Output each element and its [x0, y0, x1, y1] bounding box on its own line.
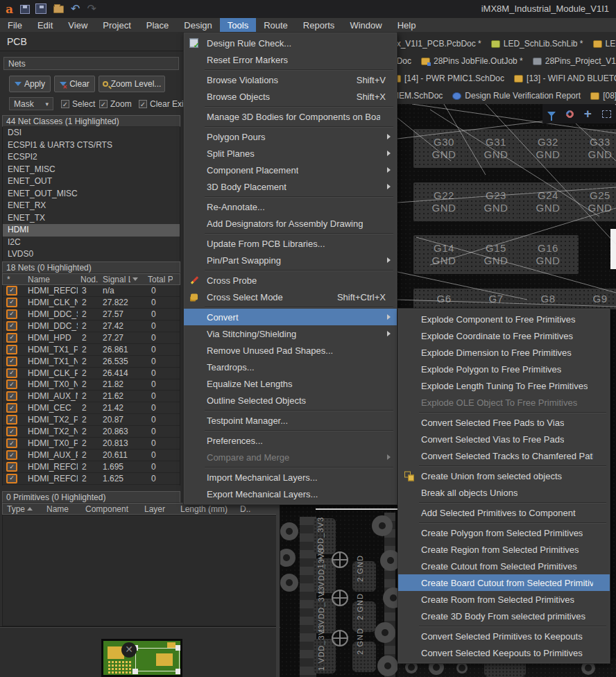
table-row[interactable]: ✓ HDMI_TX2_N 2 20.863 0 — [3, 426, 180, 438]
net-visibility-checkbox[interactable]: ✓ — [6, 415, 17, 425]
menu-item[interactable]: Explode Polygon to Free Primitives — [398, 361, 610, 377]
menu-item[interactable]: Split Planes — [184, 145, 397, 162]
table-row[interactable]: ✓ HDMI_REFCL 2 1.625 0 — [3, 473, 180, 485]
column-header[interactable]: D.. — [240, 504, 261, 514]
table-row[interactable]: ✓ HDMI_REFCL 3 n/a 0 — [3, 285, 180, 297]
table-row[interactable]: ✓ HDMI_CEC 2 21.42 0 — [3, 402, 180, 414]
menu-item[interactable]: Convert Selected Free Pads to Vias — [398, 414, 610, 431]
menu-item[interactable]: Remove Unused Pad Shapes... — [184, 342, 397, 359]
table-row[interactable]: ✓ HDMI_TX1_P 2 26.861 0 — [3, 344, 180, 356]
menu-item[interactable]: Testpoint Manager... — [184, 412, 397, 429]
menu-item[interactable]: Create Room from Selected Primitives — [398, 591, 610, 608]
net-visibility-checkbox[interactable]: ✓ — [6, 403, 17, 413]
column-header[interactable]: Signal L... — [99, 275, 130, 284]
net-visibility-checkbox[interactable]: ✓ — [6, 286, 17, 295]
menubar-item[interactable]: Project — [95, 18, 138, 32]
via[interactable] — [377, 655, 398, 676]
menu-item[interactable]: Preferences... — [184, 432, 397, 449]
net-class-item[interactable]: ENET_TX — [3, 212, 180, 225]
net-class-item[interactable]: DSI — [3, 127, 180, 139]
column-header[interactable]: Layer — [144, 504, 180, 514]
table-row[interactable]: ✓ HDMI_CLK_N 2 27.822 0 — [3, 297, 180, 309]
clear-button[interactable]: Clear — [54, 76, 95, 92]
column-header[interactable]: Name — [33, 504, 85, 514]
document-tab[interactable]: LED_SchLib.SchLib * — [491, 39, 583, 49]
apply-button[interactable]: Apply — [9, 76, 51, 92]
via[interactable] — [456, 662, 468, 674]
menu-item[interactable]: Equalize Net Lengths — [184, 375, 397, 392]
table-row[interactable]: ✓ HDMI_TX0_P 2 20.813 0 — [3, 438, 180, 449]
menu-item[interactable]: Explode Coordinate to Free Primitives — [398, 327, 610, 344]
menu-item[interactable]: Cross Probe — [184, 272, 397, 289]
net-visibility-checkbox[interactable]: ✓ — [6, 438, 17, 448]
board-preview-thumbnail[interactable]: ✕ — [101, 639, 182, 677]
table-row[interactable]: ✓ HDMI_DDC_S 2 27.42 0 — [3, 320, 180, 332]
table-row[interactable]: ✓ HDMI_AUX_N 2 21.62 0 — [3, 391, 180, 402]
menubar-item[interactable]: Edit — [30, 18, 60, 32]
menu-item[interactable]: Create Region from Selected Primitives — [398, 541, 610, 558]
via[interactable] — [280, 574, 298, 592]
menubar-item[interactable]: Place — [139, 18, 177, 32]
column-header[interactable]: Total Pi... — [138, 275, 173, 284]
menu-item[interactable]: Import Mechanical Layers... — [184, 469, 397, 486]
menu-item[interactable]: Create Polygon from Selected Primitives — [398, 524, 610, 541]
menubar-item[interactable]: View — [60, 18, 95, 32]
pcb-pad[interactable]: G33 GND — [570, 129, 616, 168]
zoom-level-button[interactable]: Zoom Level... — [99, 76, 165, 92]
menu-item[interactable]: Cross Select Mode Shift+Ctrl+X — [184, 289, 397, 305]
menubar-item[interactable]: Route — [256, 18, 296, 32]
net-visibility-checkbox[interactable]: ✓ — [6, 333, 17, 343]
pcb-pad[interactable]: G9 — [570, 289, 616, 309]
menu-item[interactable]: Polygon Pours — [184, 128, 397, 145]
column-header[interactable]: Type — [3, 504, 25, 514]
menu-item[interactable]: Explode Length Tuning To Free Primitives — [398, 377, 610, 394]
marquee-icon[interactable] — [602, 110, 611, 118]
document-tab[interactable]: 28Pins_Project_V1I1_P — [533, 56, 616, 66]
menu-item[interactable]: Design Rule Check... — [184, 35, 397, 51]
menu-item[interactable]: Export Mechanical Layers... — [184, 486, 397, 502]
column-header[interactable]: * — [3, 275, 28, 284]
menu-item[interactable]: Convert Selected Keepouts to Primitives — [398, 644, 610, 661]
column-header[interactable]: Length (mm) — [180, 504, 240, 514]
column-header[interactable]: Nod... — [78, 275, 99, 284]
document-tab[interactable]: [08] - C — [590, 91, 616, 101]
menu-item[interactable]: Convert — [184, 309, 397, 325]
menu-item[interactable]: Update From PCB Libraries... — [184, 235, 397, 252]
net-visibility-checkbox[interactable]: ✓ — [6, 391, 17, 401]
table-row[interactable]: ✓ HDMI_AUX_P 2 20.611 0 — [3, 449, 180, 461]
menu-item[interactable]: Convert Selected Vias to Free Pads — [398, 431, 610, 447]
clear-existing-checkbox[interactable]: ✓ Clear Exis — [139, 99, 188, 109]
net-class-item[interactable]: ENET_OUT — [3, 175, 180, 188]
table-row[interactable]: ✓ HDMI_CLK_P 2 26.414 0 — [3, 368, 180, 379]
menu-item[interactable]: Explode Component to Free Primitives — [398, 311, 610, 327]
document-tab[interactable]: MEM.SchDoc — [392, 91, 443, 101]
net-visibility-checkbox[interactable]: ✓ — [6, 345, 17, 354]
primitives-empty-list[interactable] — [2, 515, 278, 626]
save-all-icon[interactable] — [37, 5, 46, 14]
menu-item[interactable]: Manage 3D Bodies for Components on Board… — [184, 108, 397, 125]
net-visibility-checkbox[interactable]: ✓ — [6, 379, 17, 389]
via[interactable] — [372, 515, 393, 536]
net-visibility-checkbox[interactable]: ✓ — [6, 450, 17, 460]
menu-item[interactable]: Explode OLE Object To Free Primitives — [398, 394, 610, 411]
menu-item[interactable]: Add Designators for Assembly Drawing — [184, 215, 397, 232]
net-class-item[interactable]: LVDS0 — [3, 248, 180, 261]
menu-item[interactable]: Re-Annotate... — [184, 198, 397, 215]
menu-item[interactable]: Add Selected Primitives to Component — [398, 504, 610, 521]
menu-item[interactable]: Compare and Merge — [184, 449, 397, 465]
menu-item[interactable]: Explode Dimension to Free Primitives — [398, 344, 610, 361]
menu-item[interactable]: 3D Body Placement — [184, 178, 397, 195]
document-tab[interactable]: [13] - WIFI AND BLUETOOTH — [514, 74, 616, 83]
via[interactable] — [280, 522, 298, 540]
document-tab[interactable]: 28Pins JobFile.OutJob * — [421, 56, 523, 66]
net-class-item[interactable]: HDMI — [3, 224, 180, 237]
pcb-pad[interactable]: G25 GND — [570, 182, 616, 221]
table-row[interactable]: ✓ HDMI_TX1_N 2 26.535 0 — [3, 356, 180, 368]
mask-select[interactable]: Mask ▾ — [9, 97, 53, 110]
menu-item[interactable]: Browse Violations Shift+V — [184, 71, 397, 88]
menu-item[interactable]: Create Union from selected objects — [398, 468, 610, 484]
table-row[interactable]: ✓ HDMI_REFCL 2 1.695 0 — [3, 461, 180, 473]
undo-icon[interactable]: ↶ — [71, 3, 80, 15]
net-visibility-checkbox[interactable]: ✓ — [6, 427, 17, 436]
menu-item[interactable]: Outline Selected Objects — [184, 392, 397, 409]
